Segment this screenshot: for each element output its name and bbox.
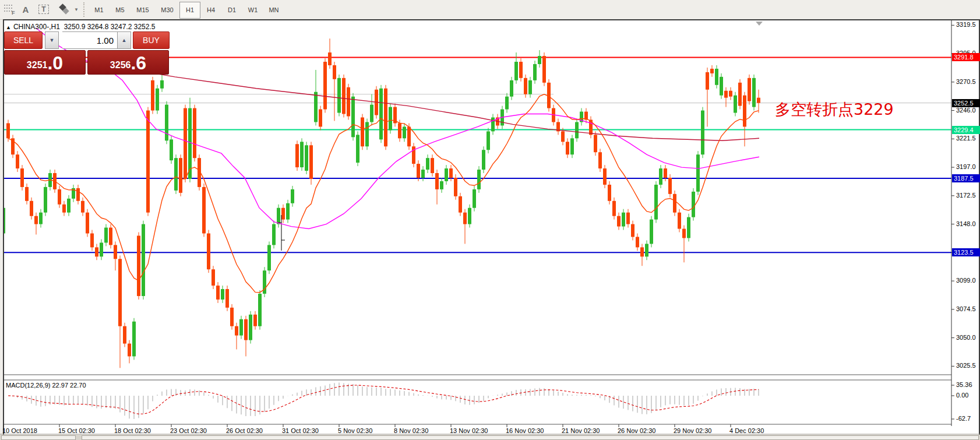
chart-tab[interactable] (1, 435, 76, 440)
macd-axis-tick: 35.36 (956, 381, 972, 388)
time-axis-tick[interactable]: 16 Nov 02:30 (506, 427, 544, 434)
time-axis-tick[interactable]: 23 Oct 02:30 (170, 427, 207, 434)
sell-price-display[interactable]: 3251.0 (4, 50, 86, 75)
sell-button[interactable]: SELL (4, 31, 43, 49)
header-ohlc: 3250.9 3264.8 3247.2 3252.5 (64, 23, 156, 31)
time-axis-tick[interactable]: 26 Nov 02:30 (618, 427, 655, 434)
chart-header: ▲CHINA300-,H1 3250.9 3264.8 3247.2 3252.… (6, 23, 155, 31)
time-axis-tick[interactable]: 29 Nov 02:30 (674, 427, 711, 434)
volume-input[interactable] (62, 31, 117, 49)
scroll-to-end-marker-icon[interactable] (756, 22, 763, 26)
price-axis-tick: 3197.0 (956, 163, 976, 170)
time-axis-tick[interactable]: 13 Nov 02:30 (450, 427, 488, 434)
time-axis-tick[interactable]: 21 Nov 02:30 (562, 427, 600, 434)
chart-annotation-text: 多空转折点3229 (775, 99, 894, 120)
time-axis-tick[interactable]: 31 Oct 02:30 (282, 427, 319, 434)
macd-indicator-label: MACD(12,26,9) 22.97 22.70 (6, 382, 86, 389)
time-axis-tick[interactable]: 10 Oct 2018 (2, 427, 37, 434)
buy-price-pips: .6 (131, 54, 146, 72)
price-axis-tick: 3025.5 (956, 362, 976, 369)
mt4-window: F A T ▼ M1M5M15M30H1H4D1W1MN ▲CHINA300-,… (0, 0, 980, 440)
buy-button[interactable]: BUY (133, 31, 170, 49)
price-axis-tick: 3099.0 (956, 277, 976, 284)
price-axis-tick: 3319.5 (956, 21, 976, 28)
price-axis-tick: 3246.0 (956, 107, 976, 114)
price-axis-tick: 3270.5 (956, 78, 976, 85)
time-axis-tick[interactable]: 15 Oct 02:30 (58, 427, 95, 434)
price-level-label: 3123.5 (952, 248, 980, 256)
time-axis-tick[interactable]: 5 Nov 02:30 (338, 427, 372, 434)
price-level-label: 3252.5 (952, 99, 980, 107)
price-axis-tick: 3221.5 (956, 135, 976, 142)
collapse-arrow-icon[interactable]: ▲ (6, 24, 11, 30)
buy-price-main: 3256 (110, 59, 131, 72)
macd-axis-tick: -62.7 (956, 415, 971, 422)
sell-price-pips: .0 (47, 54, 63, 72)
price-axis-tick: 3050.0 (956, 334, 976, 341)
one-click-trade-panel: SELL ▼ ▲ BUY 3251.0 3256.6 (4, 31, 170, 75)
price-level-label: 3187.5 (952, 174, 980, 182)
price-axis-tick: 3074.5 (956, 305, 976, 312)
time-axis-tick[interactable]: 4 Dec 02:30 (729, 427, 764, 434)
buy-price-display[interactable]: 3256.6 (87, 50, 169, 75)
volume-decrease-button[interactable]: ▼ (45, 31, 59, 49)
price-level-label: 3291.8 (952, 53, 980, 61)
macd-axis-tick: 0.00 (956, 392, 968, 399)
bottom-tab-strip (0, 435, 980, 440)
price-axis-tick: 3172.5 (956, 192, 976, 199)
sell-price-main: 3251 (27, 59, 48, 72)
symbol-title: CHINA300-,H1 (13, 23, 60, 31)
time-axis-tick[interactable]: 18 Oct 02:30 (114, 427, 151, 434)
time-axis-tick[interactable]: 8 Nov 02:30 (394, 427, 428, 434)
price-level-label: 3229.4 (952, 126, 980, 134)
chart-tab-area[interactable] (82, 435, 979, 440)
volume-increase-button[interactable]: ▲ (117, 31, 131, 49)
price-axis-tick: 3148.0 (956, 220, 976, 227)
time-axis-tick[interactable]: 26 Oct 02:30 (226, 427, 263, 434)
